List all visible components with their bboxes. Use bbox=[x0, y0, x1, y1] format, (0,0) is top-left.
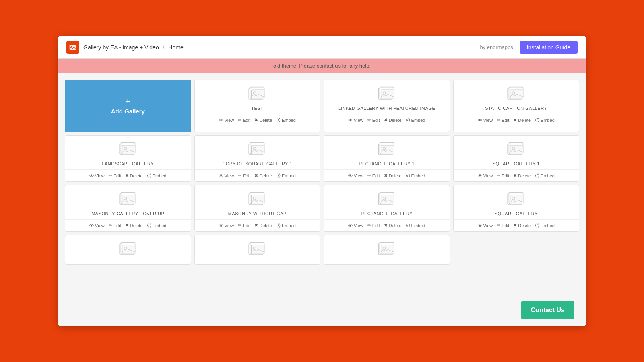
view-action[interactable]: 👁View bbox=[347, 172, 365, 179]
gallery-actions: 👁View✏Edit✖Delete⟨/⟩Embed bbox=[195, 219, 320, 231]
delete-action[interactable]: ✖Delete bbox=[512, 117, 533, 123]
view-action[interactable]: 👁View bbox=[88, 172, 106, 179]
view-action[interactable]: 👁View bbox=[347, 117, 365, 123]
view-action-icon: 👁 bbox=[219, 173, 223, 178]
embed-action[interactable]: ⟨/⟩Embed bbox=[404, 222, 427, 229]
gallery-card-top: SQUARE GALLERY bbox=[454, 185, 579, 219]
delete-action[interactable]: ✖Delete bbox=[382, 172, 403, 179]
edit-action[interactable]: ✏Edit bbox=[495, 117, 511, 123]
embed-action[interactable]: ⟨/⟩Embed bbox=[275, 117, 297, 123]
gallery-card: RECTANGLE GALLERY👁View✏Edit✖Delete⟨/⟩Emb… bbox=[324, 185, 450, 232]
view-action[interactable]: 👁View bbox=[347, 222, 365, 229]
gallery-card-top bbox=[195, 235, 320, 264]
view-action-icon: 👁 bbox=[219, 223, 223, 228]
gallery-name: RECTANGLE GALLERY bbox=[361, 211, 413, 216]
view-action-icon: 👁 bbox=[348, 118, 353, 123]
edit-action-icon: ✏ bbox=[497, 223, 500, 228]
gallery-name: LINKED GALLERY WITH FEATURED IMAGE bbox=[338, 106, 435, 111]
embed-action[interactable]: ⟨/⟩Embed bbox=[533, 222, 556, 229]
view-action-icon: 👁 bbox=[348, 173, 353, 178]
embed-action-icon: ⟨/⟩ bbox=[535, 117, 539, 123]
gallery-card: STATIC CAPTION GALLERY👁View✏Edit✖Delete⟨… bbox=[453, 80, 580, 132]
gallery-card-top: MASONRY WITHOUT GAP bbox=[195, 185, 320, 219]
delete-action[interactable]: ✖Delete bbox=[382, 117, 403, 123]
delete-action-icon: ✖ bbox=[384, 223, 388, 228]
breadcrumb: Gallery by EA - Image + Video / Home bbox=[83, 44, 184, 51]
embed-action[interactable]: ⟨/⟩Embed bbox=[533, 172, 556, 179]
edit-action[interactable]: ✏Edit bbox=[236, 117, 252, 123]
embed-action[interactable]: ⟨/⟩Embed bbox=[275, 172, 297, 179]
install-guide-button[interactable]: Installation Guide bbox=[520, 41, 578, 54]
embed-action[interactable]: ⟨/⟩Embed bbox=[145, 222, 168, 229]
gallery-name: MASONRY GALLERY HOVER UP bbox=[91, 211, 164, 216]
embed-action-icon: ⟨/⟩ bbox=[535, 173, 539, 178]
gallery-card: LANDSCAPE GALLERY👁View✏Edit✖Delete⟨/⟩Emb… bbox=[65, 135, 191, 182]
embed-action[interactable]: ⟨/⟩Embed bbox=[404, 117, 427, 123]
delete-action-icon: ✖ bbox=[254, 173, 258, 178]
delete-action[interactable]: ✖Delete bbox=[124, 172, 144, 179]
gallery-card-top: LINKED GALLERY WITH FEATURED IMAGE bbox=[324, 80, 450, 114]
add-gallery-label: Add Gallery bbox=[111, 108, 145, 115]
embed-action[interactable]: ⟨/⟩Embed bbox=[145, 172, 168, 179]
gallery-card-top: RECTANGLE GALLERY bbox=[324, 185, 450, 219]
edit-action[interactable]: ✏Edit bbox=[366, 117, 382, 123]
view-action[interactable]: 👁View bbox=[88, 222, 106, 229]
gallery-actions: 👁View✏Edit✖Delete⟨/⟩Embed bbox=[65, 219, 191, 231]
by-enormapps-text: by enormapps bbox=[480, 44, 513, 50]
delete-action[interactable]: ✖Delete bbox=[253, 222, 274, 229]
gallery-card-top: SQUARE GALLERY 1 bbox=[454, 136, 579, 169]
page-name: Home bbox=[168, 44, 183, 51]
view-action[interactable]: 👁View bbox=[217, 222, 236, 229]
delete-action[interactable]: ✖Delete bbox=[253, 172, 274, 179]
gallery-name: STATIC CAPTION GALLERY bbox=[485, 106, 547, 111]
add-gallery-plus: + bbox=[126, 97, 130, 106]
edit-action-icon: ✏ bbox=[238, 173, 242, 178]
gallery-name: TEST bbox=[251, 106, 263, 111]
edit-action[interactable]: ✏Edit bbox=[107, 172, 123, 179]
gallery-card: COPY OF SQUARE GALLERY 1👁View✏Edit✖Delet… bbox=[194, 135, 321, 182]
edit-action[interactable]: ✏Edit bbox=[236, 172, 252, 179]
add-gallery-card[interactable]: + Add Gallery bbox=[65, 80, 191, 132]
header-bar: Gallery by EA - Image + Video / Home by … bbox=[58, 36, 586, 59]
contact-us-button[interactable]: Contact Us bbox=[521, 301, 574, 319]
embed-action-icon: ⟨/⟩ bbox=[276, 117, 281, 123]
edit-action[interactable]: ✏Edit bbox=[495, 172, 511, 179]
delete-action[interactable]: ✖Delete bbox=[253, 117, 274, 123]
breadcrumb-separator: / bbox=[163, 44, 165, 51]
edit-action[interactable]: ✏Edit bbox=[366, 172, 382, 179]
view-action[interactable]: 👁View bbox=[217, 117, 236, 123]
gallery-actions: 👁View✏Edit✖Delete⟨/⟩Embed bbox=[195, 169, 320, 181]
edit-action[interactable]: ✏Edit bbox=[366, 222, 382, 229]
view-action[interactable]: 👁View bbox=[476, 222, 495, 229]
browser-window: Gallery by EA - Image + Video / Home by … bbox=[58, 36, 586, 326]
delete-action-icon: ✖ bbox=[513, 223, 517, 228]
view-action-icon: 👁 bbox=[478, 173, 482, 178]
view-action[interactable]: 👁View bbox=[476, 172, 495, 179]
gallery-card: TEST👁View✏Edit✖Delete⟨/⟩Embed bbox=[194, 80, 321, 132]
edit-action[interactable]: ✏Edit bbox=[236, 222, 252, 229]
edit-action-icon: ✏ bbox=[238, 223, 242, 228]
gallery-name: MASONRY WITHOUT GAP bbox=[228, 211, 287, 216]
gallery-card: MASONRY WITHOUT GAP👁View✏Edit✖Delete⟨/⟩E… bbox=[194, 185, 321, 232]
gallery-actions: 👁View✏Edit✖Delete⟨/⟩Embed bbox=[324, 114, 450, 126]
delete-action[interactable]: ✖Delete bbox=[512, 222, 533, 229]
embed-action[interactable]: ⟨/⟩Embed bbox=[404, 172, 427, 179]
edit-action-icon: ✏ bbox=[367, 173, 371, 178]
view-action[interactable]: 👁View bbox=[476, 117, 495, 123]
embed-action[interactable]: ⟨/⟩Embed bbox=[275, 222, 297, 229]
delete-action[interactable]: ✖Delete bbox=[124, 222, 144, 229]
view-action-icon: 👁 bbox=[89, 223, 94, 228]
gallery-scroll[interactable]: + Add Gallery TEST👁View✏Edit✖Delete⟨/⟩Em… bbox=[58, 73, 586, 326]
gallery-card bbox=[324, 235, 450, 265]
delete-action[interactable]: ✖Delete bbox=[512, 172, 533, 179]
embed-action[interactable]: ⟨/⟩Embed bbox=[533, 117, 556, 123]
edit-action[interactable]: ✏Edit bbox=[495, 222, 511, 229]
view-action-icon: 👁 bbox=[478, 223, 482, 228]
header-right: by enormapps Installation Guide bbox=[480, 41, 578, 54]
embed-action-icon: ⟨/⟩ bbox=[276, 223, 281, 228]
delete-action[interactable]: ✖Delete bbox=[382, 222, 403, 229]
view-action[interactable]: 👁View bbox=[217, 172, 236, 179]
gallery-card: MASONRY GALLERY HOVER UP👁View✏Edit✖Delet… bbox=[65, 185, 191, 232]
edit-action[interactable]: ✏Edit bbox=[107, 222, 123, 229]
delete-action-icon: ✖ bbox=[125, 173, 129, 178]
